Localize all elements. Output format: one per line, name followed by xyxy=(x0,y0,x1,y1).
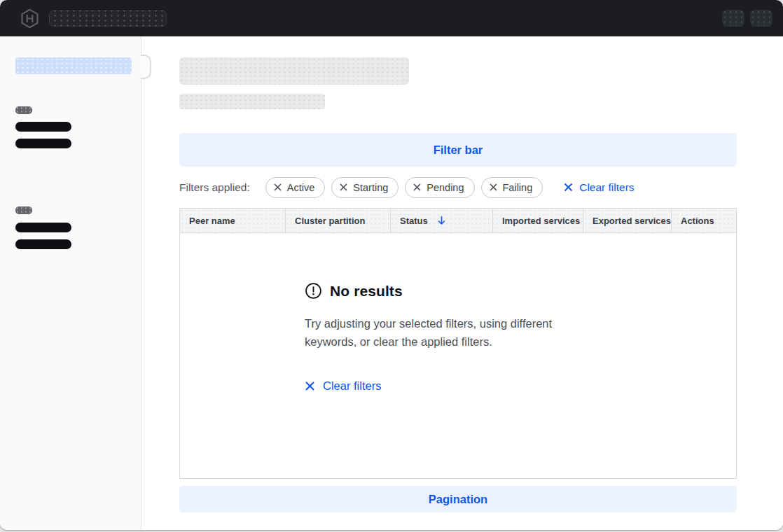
remove-filter-icon[interactable] xyxy=(413,183,421,191)
peers-table: Peer name Cluster partition Status Impor… xyxy=(179,208,737,479)
alert-circle-icon xyxy=(305,282,322,300)
column-header-imported-services[interactable]: Imported services xyxy=(493,209,583,232)
empty-state-clear-filters-label: Clear filters xyxy=(323,379,381,393)
sidebar-section-label-skeleton xyxy=(15,206,32,214)
page-subtitle-skeleton xyxy=(179,94,325,109)
remove-filter-icon[interactable] xyxy=(490,183,497,191)
remove-filter-icon[interactable] xyxy=(340,183,347,191)
empty-state-clear-filters-link[interactable]: Clear filters xyxy=(305,379,381,393)
sidebar-section-label-skeleton xyxy=(15,106,32,114)
hashicorp-logo-icon xyxy=(20,8,40,29)
global-search-input[interactable] xyxy=(49,10,167,27)
filter-chip-active[interactable]: Active xyxy=(265,177,326,198)
column-header-exported-services[interactable]: Exported services xyxy=(583,209,672,232)
column-header-status[interactable]: Status xyxy=(391,209,493,232)
pagination-placeholder[interactable]: Pagination xyxy=(179,486,737,512)
clear-filters-icon xyxy=(564,183,573,192)
empty-state-description: Try adjusting your selected filters, usi… xyxy=(305,314,599,351)
filter-chip-starting[interactable]: Starting xyxy=(331,177,399,198)
remove-filter-icon[interactable] xyxy=(274,183,282,191)
table-empty-state: No results Try adjusting your selected f… xyxy=(179,233,737,479)
filter-chip-label: Pending xyxy=(427,182,464,193)
pagination-label: Pagination xyxy=(429,493,487,506)
clear-filters-label: Clear filters xyxy=(579,181,634,194)
filter-chip-label: Failing xyxy=(503,182,533,193)
table-header-row: Peer name Cluster partition Status Impor… xyxy=(179,208,737,233)
topbar-button-skeleton[interactable] xyxy=(750,10,772,27)
filter-chip-label: Active xyxy=(287,182,315,193)
top-navigation-bar xyxy=(0,0,783,36)
sidebar-item-skeleton[interactable] xyxy=(15,223,71,232)
filter-bar-placeholder[interactable]: Filter bar xyxy=(179,133,737,167)
column-header-actions: Actions xyxy=(672,209,736,232)
page-title-skeleton xyxy=(179,57,409,85)
sort-descending-icon[interactable] xyxy=(437,216,446,225)
clear-filters-icon xyxy=(305,381,315,391)
filters-applied-label: Filters applied: xyxy=(179,181,250,194)
filter-chip-pending[interactable]: Pending xyxy=(405,177,474,198)
app-window: Filter bar Filters applied: Active xyxy=(0,0,783,530)
empty-state-title: No results xyxy=(330,283,403,300)
sidebar-collapse-handle[interactable] xyxy=(141,55,151,79)
sidebar-item-skeleton[interactable] xyxy=(15,122,71,132)
applied-filters-row: Filters applied: Active Starting xyxy=(179,176,737,198)
topbar-button-skeleton[interactable] xyxy=(722,10,744,27)
main-content: Filter bar Filters applied: Active xyxy=(142,36,783,530)
filter-chip-label: Starting xyxy=(353,182,388,193)
column-header-cluster-partition[interactable]: Cluster partition xyxy=(286,209,391,232)
clear-filters-link[interactable]: Clear filters xyxy=(564,181,634,194)
column-header-peer-name[interactable]: Peer name xyxy=(180,209,286,232)
sidebar-item-skeleton[interactable] xyxy=(15,139,71,148)
sidebar-item-skeleton[interactable] xyxy=(15,239,71,249)
filter-bar-label: Filter bar xyxy=(434,144,483,157)
sidebar-nav xyxy=(0,36,141,530)
filter-chip-failing[interactable]: Failing xyxy=(481,177,543,198)
sidebar-item-selected-skeleton[interactable] xyxy=(15,57,132,74)
